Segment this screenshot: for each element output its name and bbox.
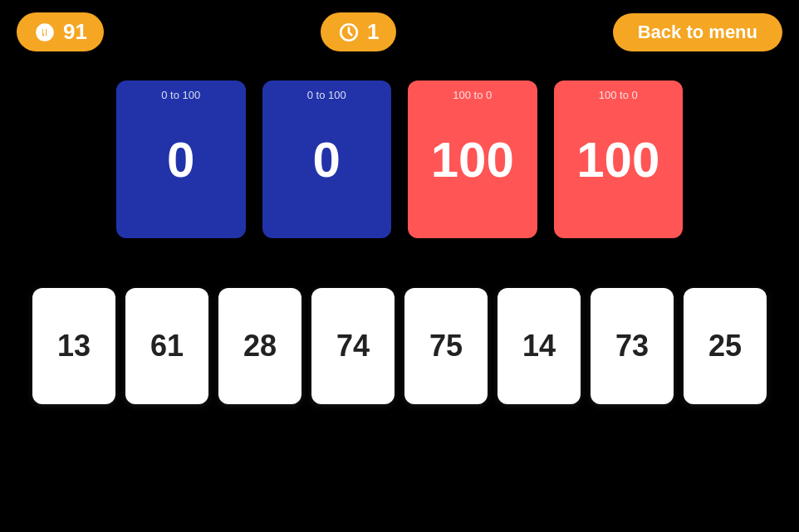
target-card-label-2: 100 to 0 (453, 89, 492, 101)
hand-card-6[interactable]: 73 (591, 288, 674, 404)
timer-badge: 1 (321, 12, 395, 51)
hand-card-3[interactable]: 74 (311, 288, 395, 404)
hand-card-5[interactable]: 14 (498, 288, 581, 404)
target-card-value-3: 100 (576, 131, 659, 188)
target-card-value-2: 100 (431, 131, 514, 188)
score-icon (33, 21, 56, 44)
hand-card-value-4: 75 (429, 329, 463, 364)
hand-cards-area: 13 61 28 74 75 14 73 25 (0, 288, 799, 404)
target-card-label-0: 0 to 100 (161, 89, 200, 101)
score-badge: 91 (17, 12, 104, 51)
target-card-label-1: 0 to 100 (307, 89, 346, 101)
hand-card-0[interactable]: 13 (32, 288, 115, 404)
target-cards-area: 0 to 100 0 0 to 100 0 100 to 0 100 100 t… (0, 81, 799, 238)
svg-rect-0 (40, 27, 42, 37)
score-value: 91 (63, 19, 87, 45)
svg-rect-2 (47, 27, 49, 37)
hand-card-1[interactable]: 61 (125, 288, 208, 404)
hand-card-value-1: 61 (150, 329, 184, 364)
target-card-3[interactable]: 100 to 0 100 (554, 81, 684, 238)
header: 91 1 Back to menu (0, 0, 799, 64)
timer-value: 1 (367, 19, 379, 45)
hand-card-4[interactable]: 75 (404, 288, 488, 404)
hand-card-value-0: 13 (57, 329, 91, 364)
target-card-value-1: 0 (313, 131, 341, 188)
hand-card-value-5: 14 (522, 329, 556, 364)
target-card-label-3: 100 to 0 (599, 89, 638, 101)
target-card-0[interactable]: 0 to 100 0 (116, 81, 246, 238)
hand-card-value-2: 28 (243, 329, 277, 364)
target-card-2[interactable]: 100 to 0 100 (408, 81, 537, 238)
hand-card-value-3: 74 (336, 329, 370, 364)
hand-card-7[interactable]: 25 (684, 288, 767, 404)
svg-rect-1 (43, 27, 46, 34)
timer-icon (337, 21, 360, 44)
target-card-1[interactable]: 0 to 100 0 (262, 81, 392, 238)
hand-card-value-7: 25 (708, 329, 742, 364)
target-card-value-0: 0 (167, 131, 194, 188)
hand-card-value-6: 73 (615, 329, 649, 364)
hand-card-2[interactable]: 28 (218, 288, 301, 404)
back-to-menu-button[interactable]: Back to menu (613, 13, 782, 51)
